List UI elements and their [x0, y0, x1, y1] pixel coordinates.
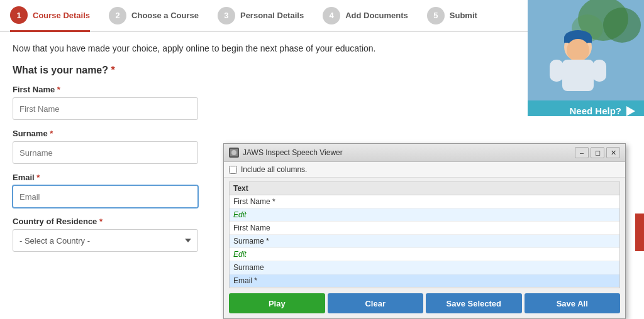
svg-point-2 — [603, 8, 641, 43]
step-5[interactable]: 5 Submit — [427, 7, 477, 31]
save-all-button[interactable]: Save All — [525, 293, 621, 313]
step-1[interactable]: 1 Course Details — [10, 6, 90, 32]
svg-point-12 — [231, 150, 236, 155]
need-help-label: Need Help? — [569, 105, 621, 116]
jaws-title: JAWS Inspect Speech Viewer — [243, 148, 573, 157]
table-row: Surname * — [230, 235, 619, 248]
need-help-bar[interactable]: Need Help? — [528, 100, 644, 116]
play-button[interactable]: Play — [229, 293, 325, 313]
step-3-circle: 3 — [218, 7, 235, 24]
surname-input[interactable] — [13, 141, 198, 164]
step-2-circle: 2 — [109, 7, 126, 24]
save-selected-button[interactable]: Save Selected — [426, 293, 522, 313]
table-row: Edit — [230, 248, 619, 261]
jaws-toolbar: Include all columns. — [224, 162, 625, 178]
country-select[interactable]: - Select a Country - — [13, 229, 198, 252]
svg-rect-10 — [592, 60, 606, 82]
step-3[interactable]: 3 Personal Details — [218, 7, 304, 31]
step-4-circle: 4 — [323, 7, 340, 24]
email-input[interactable] — [13, 185, 198, 208]
maximize-button[interactable]: ◻ — [591, 147, 604, 158]
jaws-table-container: Text First Name *EditFirst NameSurname *… — [229, 181, 620, 288]
table-row: Edit — [230, 208, 619, 222]
step-2-label: Choose a Course — [131, 11, 199, 20]
jaws-app-icon — [229, 148, 239, 158]
step-5-circle: 5 — [427, 7, 445, 24]
close-button[interactable]: ✕ — [606, 147, 620, 158]
play-arrow-icon — [626, 106, 635, 116]
edit-link[interactable]: Edit — [233, 250, 247, 259]
jaws-titlebar: JAWS Inspect Speech Viewer – ◻ ✕ — [224, 144, 625, 162]
first-name-input[interactable] — [13, 97, 198, 120]
red-accent-bar — [635, 214, 644, 251]
svg-rect-8 — [562, 60, 594, 91]
jaws-table: Text First Name *EditFirst NameSurname *… — [230, 182, 619, 288]
table-header-text: Text — [230, 182, 619, 195]
minimize-button[interactable]: – — [575, 147, 589, 158]
steps-bar: 1 Course Details 2 Choose a Course 3 Per… — [0, 0, 644, 32]
step-1-label: Course Details — [33, 11, 90, 20]
include-columns-checkbox[interactable] — [229, 166, 237, 174]
person-photo — [528, 0, 644, 100]
step-4-label: Add Documents — [345, 11, 408, 20]
edit-link[interactable]: Edit — [233, 210, 247, 219]
surname-label: Surname * — [13, 129, 631, 138]
table-row: Surname — [230, 261, 619, 274]
include-columns-label: Include all columns. — [241, 165, 307, 174]
clear-button[interactable]: Clear — [328, 293, 424, 313]
svg-point-7 — [567, 39, 589, 62]
step-3-label: Personal Details — [240, 11, 304, 20]
step-4[interactable]: 4 Add Documents — [323, 7, 408, 31]
svg-rect-9 — [550, 60, 564, 82]
jaws-buttons: Play Clear Save Selected Save All — [224, 288, 625, 318]
jaws-dialog: JAWS Inspect Speech Viewer – ◻ ✕ Include… — [223, 143, 626, 319]
photo-box: Need Help? — [528, 0, 644, 116]
table-row: First Name — [230, 222, 619, 235]
step-5-label: Submit — [450, 11, 477, 20]
step-1-circle: 1 — [10, 6, 28, 24]
table-row: First Name * — [230, 195, 619, 208]
step-2[interactable]: 2 Choose a Course — [109, 7, 199, 31]
table-row: Email * — [230, 274, 619, 288]
